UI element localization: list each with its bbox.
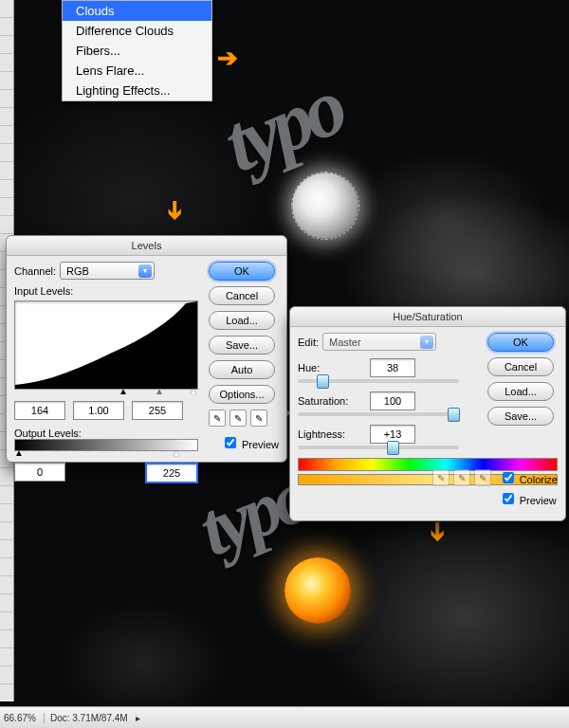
eyedropper-icon[interactable]: ✎ xyxy=(432,469,450,486)
levels-title: Levels xyxy=(7,236,286,256)
zoom-level[interactable]: 66.67% xyxy=(4,713,36,723)
menu-item-fibers[interactable]: Fibers... xyxy=(63,41,211,61)
options-button[interactable]: Options... xyxy=(209,385,275,404)
save-button[interactable]: Save... xyxy=(487,407,554,426)
eyedropper-subtract-icon[interactable]: ✎ xyxy=(474,469,491,486)
flow-arrow-icon: ➔ xyxy=(160,200,190,221)
colorize-label: Colorize xyxy=(520,474,558,485)
menu-item-difference-clouds[interactable]: Difference Clouds xyxy=(63,21,211,41)
eyedropper-black-icon[interactable]: ✎ xyxy=(209,410,226,427)
doc-size: Doc: 3.71M/87.4M xyxy=(44,713,128,723)
edit-label: Edit: xyxy=(298,337,319,348)
input-gamma-field[interactable] xyxy=(73,401,124,420)
edit-select[interactable]: Master ▾ xyxy=(322,333,436,351)
output-gradient[interactable] xyxy=(14,439,198,451)
saturation-slider[interactable] xyxy=(298,412,459,416)
edit-value: Master xyxy=(329,337,361,348)
menu-item-lighting-effects[interactable]: Lighting Effects... xyxy=(63,81,211,100)
output-triangles[interactable]: ▲ ▲ xyxy=(14,451,198,461)
eyedropper-add-icon[interactable]: ✎ xyxy=(453,469,470,486)
preview-label: Preview xyxy=(242,439,279,450)
saturation-label: Saturation: xyxy=(298,395,370,407)
filter-render-menu: Clouds Difference Clouds Fibers... Lens … xyxy=(62,0,212,101)
channel-select[interactable]: RGB ▾ xyxy=(60,262,155,280)
cancel-button[interactable]: Cancel xyxy=(209,286,275,305)
output-white-field[interactable] xyxy=(145,463,198,483)
hue-saturation-dialog: Hue/Saturation Edit: Master ▾ Hue: Satur… xyxy=(289,306,566,521)
chevron-down-icon: ▾ xyxy=(138,264,152,278)
levels-dialog: Levels Channel: RGB ▾ Input Levels: ▲ ▲ … xyxy=(6,235,287,463)
moon-white xyxy=(292,173,358,239)
histogram xyxy=(14,300,198,390)
menu-item-lens-flare[interactable]: Lens Flare... xyxy=(63,61,211,81)
preview-checkbox[interactable] xyxy=(503,493,514,504)
hue-field[interactable] xyxy=(370,358,415,377)
channel-label: Channel: xyxy=(14,265,56,277)
lightness-slider[interactable] xyxy=(298,446,459,449)
chevron-right-icon[interactable]: ▸ xyxy=(136,713,140,723)
input-white-field[interactable] xyxy=(132,401,183,420)
flow-arrow-icon: ➔ xyxy=(423,521,452,542)
saturation-field[interactable] xyxy=(370,391,415,410)
status-bar: 66.67% Doc: 3.71M/87.4M ▸ xyxy=(0,706,569,728)
eyedropper-white-icon[interactable]: ✎ xyxy=(250,410,267,427)
channel-value: RGB xyxy=(66,265,89,277)
menu-item-clouds[interactable]: Clouds xyxy=(63,1,211,21)
ok-button[interactable]: OK xyxy=(487,333,554,352)
moon-orange xyxy=(284,557,351,624)
save-button[interactable]: Save... xyxy=(209,336,275,355)
huesat-title: Hue/Saturation xyxy=(290,307,565,327)
input-black-field[interactable] xyxy=(14,401,65,420)
cancel-button[interactable]: Cancel xyxy=(487,357,554,376)
flow-arrow-icon: ➔ xyxy=(217,44,238,73)
preview-label: Preview xyxy=(520,495,557,506)
huesat-eyedropper-group: ✎ ✎ ✎ xyxy=(432,469,491,486)
auto-button[interactable]: Auto xyxy=(209,360,275,379)
ok-button[interactable]: OK xyxy=(209,262,275,281)
hue-label: Hue: xyxy=(298,362,370,373)
load-button[interactable]: Load... xyxy=(487,382,554,401)
eyedropper-gray-icon[interactable]: ✎ xyxy=(229,410,247,427)
chevron-down-icon: ▾ xyxy=(420,336,433,349)
output-black-field[interactable] xyxy=(14,463,65,482)
input-triangles[interactable]: ▲ ▲ ▲ xyxy=(14,390,198,399)
lightness-label: Lightness: xyxy=(298,428,370,440)
hue-slider[interactable] xyxy=(298,379,459,383)
eyedropper-group: ✎ ✎ ✎ xyxy=(209,410,279,427)
colorize-checkbox[interactable] xyxy=(503,472,514,483)
load-button[interactable]: Load... xyxy=(209,311,275,330)
preview-checkbox[interactable] xyxy=(225,437,236,448)
